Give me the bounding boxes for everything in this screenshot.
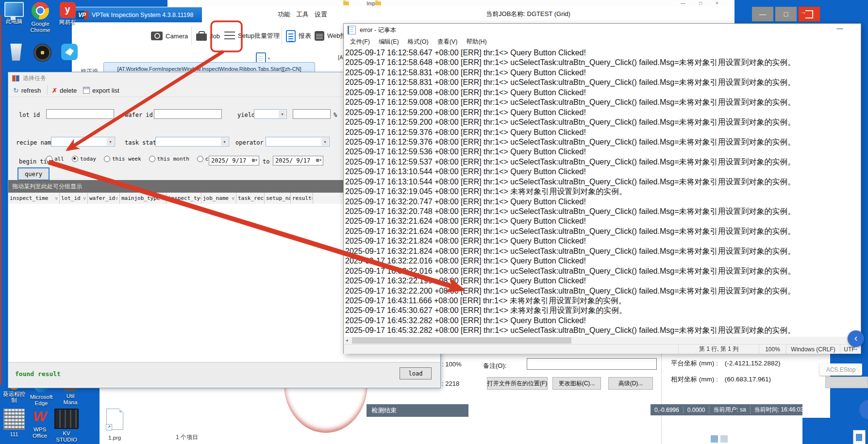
scrollbar-thumb[interactable] xyxy=(352,337,571,344)
desktop-icon-kv-studio[interactable]: KV STUDIO xyxy=(53,409,80,443)
desktop-icon-disc[interactable] xyxy=(29,44,55,62)
log-line: 2025-09-17 16:32:21.624 +08:00 [ERR] thr… xyxy=(345,227,859,236)
operator-combo[interactable] xyxy=(266,137,330,147)
toolbar-button-camera[interactable]: Camera xyxy=(151,26,188,46)
remote-maximize-button[interactable]: □ xyxy=(775,7,797,21)
filter-funnel-icon[interactable]: ▽ xyxy=(83,196,86,201)
column-header-mainjob_type[interactable]: mainjob_type▽ xyxy=(120,193,167,204)
notepad-menu-格式(O)[interactable]: 格式(O) xyxy=(403,38,433,46)
netease-icon xyxy=(60,2,76,18)
yield-combo[interactable] xyxy=(254,109,287,119)
remote-minimize-button[interactable]: — xyxy=(752,7,773,21)
collapse-chevron-button[interactable]: ‹ xyxy=(848,330,864,347)
remark-input[interactable] xyxy=(527,358,657,370)
prg-file-icon[interactable]: ↗ xyxy=(106,409,123,430)
properties-button-2[interactable]: 高级(D)... xyxy=(608,377,653,390)
menu-工具[interactable]: 工具 xyxy=(294,10,311,19)
folder-icon[interactable] xyxy=(343,1,349,5)
task-toolbar-export[interactable]: export list xyxy=(83,85,119,95)
floating-circle-button[interactable] xyxy=(859,400,868,419)
desktop: Import — □ × VP VPTek Inspection System … xyxy=(0,0,868,444)
radio-all[interactable]: all xyxy=(46,156,64,162)
mini-window-icon[interactable] xyxy=(853,430,866,444)
notepad-menu-查看(V)[interactable]: 查看(V) xyxy=(433,38,462,46)
filter-funnel-icon[interactable]: ▽ xyxy=(55,196,58,201)
log-line: 2025-09-17 16:32:20.748 +08:00 [ERR] thr… xyxy=(345,207,859,216)
filter-funnel-icon[interactable]: ▽ xyxy=(162,196,165,201)
tray-icon[interactable] xyxy=(711,435,718,443)
platform-label: 平台坐标 (mm) : xyxy=(671,360,718,367)
desktop-icon-bird[interactable] xyxy=(56,44,83,60)
notepad-hscrollbar[interactable]: ◂ ▸ xyxy=(344,337,860,344)
column-header-inspect_time[interactable]: inspect_time▽ xyxy=(8,193,60,204)
column-header-wafer_id[interactable]: wafer_id▽ xyxy=(88,193,120,204)
recycle-icon xyxy=(9,44,23,61)
wafer-id-input[interactable] xyxy=(154,109,222,119)
count-value: : 2218 xyxy=(442,380,459,387)
select-task-icon xyxy=(12,75,19,82)
toolbar-button-report[interactable]: 报表 xyxy=(286,26,311,46)
scroll-left-icon[interactable]: ◂ xyxy=(346,338,348,343)
notepad-menu-帮助(H)[interactable]: 帮助(H) xyxy=(462,38,491,46)
maximize-button[interactable]: □ xyxy=(695,0,706,6)
query-button[interactable]: query xyxy=(17,167,50,181)
menu-功能[interactable]: 功能 xyxy=(276,10,292,19)
minimize-button[interactable]: — xyxy=(677,0,689,6)
report-icon xyxy=(286,30,296,42)
found-result-bar: found result load xyxy=(8,362,440,386)
folder-icon[interactable] xyxy=(375,1,381,5)
notepad-menu-文件(F)[interactable]: 文件(F) xyxy=(346,38,374,46)
task-toolbar-delete[interactable]: ✗delete xyxy=(52,85,77,95)
notepad-content[interactable]: 2025-09-17 16:12:58.647 +08:00 [ERR] thr… xyxy=(345,48,859,336)
recipe-name-combo[interactable] xyxy=(51,137,115,147)
radio-today[interactable]: today xyxy=(72,156,96,162)
desktop-icon-recycle[interactable] xyxy=(3,44,29,61)
task-toolbar-refresh[interactable]: ↻refresh xyxy=(13,85,41,95)
delete-icon: ✗ xyxy=(52,87,57,94)
lot-id-input[interactable] xyxy=(46,109,114,119)
close-button[interactable]: × xyxy=(711,0,723,6)
column-label: wafer_id xyxy=(89,195,115,201)
radio-this-week[interactable]: this week xyxy=(104,156,141,162)
log-line: 2025-09-17 16:32:22.016 +08:00 [ERR] thr… xyxy=(345,266,859,276)
date-to-picker[interactable]: 2025/ 9/17 xyxy=(273,156,323,165)
toolbar-label: Job xyxy=(210,33,220,40)
job-icon xyxy=(196,33,207,41)
column-header-result[interactable]: result▽ xyxy=(291,193,313,204)
properties-button-1[interactable]: 更改图标(C)... xyxy=(552,377,601,390)
notepad-menu-编辑(E)[interactable]: 编辑(E) xyxy=(374,38,403,46)
filter-funnel-icon[interactable]: ▽ xyxy=(116,196,118,201)
quick-access-strip: Import — □ × xyxy=(167,0,734,7)
column-header-task_rec[interactable]: task_rec▽ xyxy=(236,193,265,204)
column-header-job_name[interactable]: job_name▽ xyxy=(201,193,236,204)
radio-this-month[interactable]: this month xyxy=(149,156,189,162)
desktop-icon-网易有[interactable]: 网易有 xyxy=(54,2,81,26)
task-state-combo[interactable] xyxy=(155,137,229,147)
recipe-name-label: recipe name xyxy=(16,139,54,146)
tray-icon[interactable] xyxy=(720,435,728,443)
menu-设置[interactable]: 设置 xyxy=(313,10,329,19)
notepad-minimize-button[interactable]: — xyxy=(833,25,847,32)
yield-from-input[interactable] xyxy=(293,109,331,119)
desktop-icon-wps-office[interactable]: WPS Office xyxy=(27,409,53,439)
desktop-icon-111[interactable]: 111 xyxy=(1,409,27,438)
toolbar-button-setup[interactable]: Setup批量管理 xyxy=(224,26,280,46)
desktop-icon-此电脑[interactable]: 此电脑 xyxy=(1,2,27,25)
desktop-icon-google-chrome[interactable]: Google Chrome xyxy=(27,2,53,33)
load-button[interactable]: load xyxy=(400,367,432,379)
toolbar-button-job[interactable]: Job xyxy=(196,26,220,46)
select-task-title: 选择任务 xyxy=(23,74,46,82)
filter-funnel-icon[interactable]: ▽ xyxy=(232,196,234,201)
column-header-setup_na[interactable]: setup_na▽ xyxy=(265,193,291,204)
column-header-lot_id[interactable]: lot_id▽ xyxy=(60,193,88,204)
column-label: inspect_ty xyxy=(168,195,200,201)
estop-badge[interactable]: ACS.EStop xyxy=(819,363,862,376)
date-from-picker[interactable]: 2025/ 9/17 xyxy=(209,156,259,165)
column-header-inspect_ty[interactable]: inspect_ty▽ xyxy=(167,193,201,204)
toolbar-separator xyxy=(47,85,48,95)
desktop-icon-label: 网易有 xyxy=(59,19,76,26)
filter-funnel-icon[interactable]: ▽ xyxy=(312,196,313,201)
properties-button-0[interactable]: 打开文件所在的位置(F) xyxy=(487,377,548,390)
remote-exit-button[interactable] xyxy=(799,7,820,21)
log-line: 2025-09-17 16:12:59.376 +08:00 [ERR] thr… xyxy=(345,137,859,147)
